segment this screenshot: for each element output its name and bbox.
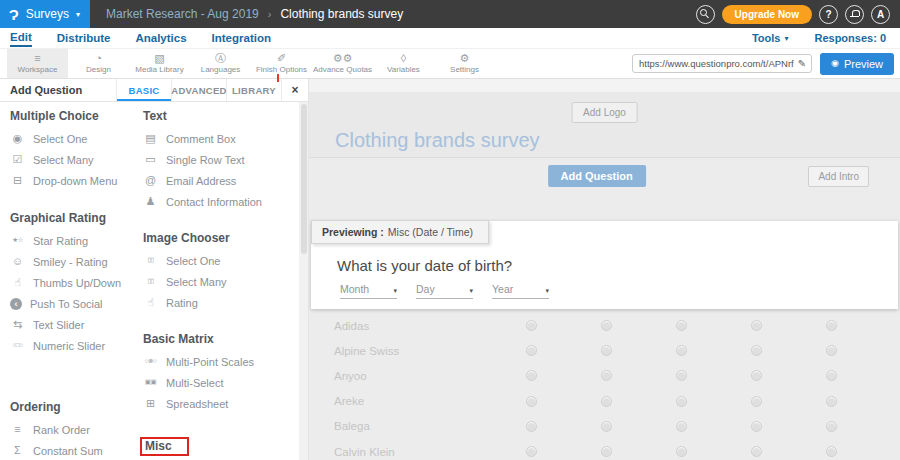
breadcrumb-parent-link[interactable]: Market Research - Aug 2019 — [106, 7, 259, 21]
question-type-email-address[interactable]: @Email Address — [143, 170, 295, 191]
question-type-drop-down-menu[interactable]: ⊟Drop-down Menu — [10, 170, 143, 191]
question-type-select-one[interactable]: ◉Select One — [10, 128, 143, 149]
radio-button[interactable] — [751, 345, 762, 356]
radio-button[interactable] — [751, 320, 762, 331]
toolbar-variables[interactable]: ◊Variables — [373, 49, 434, 78]
panel-tab-library[interactable]: LIBRARY — [226, 79, 281, 101]
question-type-rank-order[interactable]: ≡Rank Order — [10, 419, 143, 440]
close-panel-button[interactable]: × — [281, 79, 308, 101]
toolbar-languages-label: Languages — [201, 65, 241, 74]
thumb-icon: ☝ — [10, 277, 25, 288]
toolbar-languages[interactable]: ⒶLanguages — [190, 49, 251, 78]
radio-button[interactable] — [676, 345, 687, 356]
year-select[interactable]: Year▾ — [492, 283, 549, 299]
radio-button[interactable] — [751, 370, 762, 381]
surveys-menu[interactable]: Ɂ Surveys ▾ — [0, 0, 90, 28]
toolbar-advance-quotas[interactable]: ⚙⚙Advance Quotas — [312, 49, 373, 78]
radio-button[interactable] — [751, 421, 762, 432]
radio-button[interactable] — [826, 396, 837, 407]
radio-button[interactable] — [826, 370, 837, 381]
radio-button[interactable] — [526, 370, 537, 381]
question-type-numeric-slider[interactable]: ○□○Numeric Slider — [10, 335, 143, 356]
notifications-button[interactable] — [845, 5, 864, 24]
preview-button[interactable]: ◉ Preview — [820, 53, 894, 75]
day-select[interactable]: Day▾ — [416, 283, 473, 299]
question-type-thumbs-up-down[interactable]: ☝Thumbs Up/Down — [10, 272, 143, 293]
add-intro-button[interactable]: Add Intro — [808, 166, 869, 187]
radio-button[interactable] — [676, 370, 687, 381]
section-image-chooser: Image Chooser▯▯Select One▯▯Select Many☝R… — [143, 231, 295, 313]
comment-box-icon: ▤ — [143, 133, 158, 144]
add-question-button[interactable]: Add Question — [548, 165, 646, 187]
radio-button[interactable] — [601, 370, 612, 381]
radio-button[interactable] — [826, 320, 837, 331]
radio-button[interactable] — [676, 396, 687, 407]
scrollbar-thumb[interactable] — [301, 104, 307, 254]
radio-button[interactable] — [826, 345, 837, 356]
question-type-single-row-text[interactable]: ▭Single Row Text — [143, 149, 295, 170]
question-type-label: Multi-Point Scales — [166, 356, 254, 368]
question-type-star-rating[interactable]: ★☆Star Rating — [10, 230, 143, 251]
section-title-basic-matrix: Basic Matrix — [143, 332, 295, 346]
question-type-contact-information[interactable]: ♟Contact Information — [143, 191, 295, 212]
chevron-down-icon: ▾ — [545, 287, 549, 295]
matrix-cell — [494, 345, 569, 356]
question-type-constant-sum[interactable]: ΣConstant Sum — [10, 440, 143, 460]
nav-tab-analytics[interactable]: Analytics — [135, 30, 186, 46]
question-type-push-to-social[interactable]: ‹Push To Social — [10, 293, 143, 314]
radio-button[interactable] — [526, 421, 537, 432]
question-type-smiley-rating[interactable]: ☺Smiley - Rating — [10, 251, 143, 272]
question-type-text-slider[interactable]: ⇆Text Slider — [10, 314, 143, 335]
radio-button[interactable] — [601, 345, 612, 356]
nav-tab-edit[interactable]: Edit — [10, 29, 32, 47]
survey-url-input[interactable]: https://www.questionpro.com/t/APNrfZ — [639, 58, 794, 69]
radio-button[interactable] — [601, 446, 612, 457]
toolbar-settings[interactable]: ⚙Settings — [434, 49, 495, 78]
radio-button[interactable] — [751, 396, 762, 407]
edit-url-icon[interactable]: ✎ — [798, 58, 806, 69]
responses-count[interactable]: Responses: 0 — [814, 32, 886, 44]
radio-button[interactable] — [601, 320, 612, 331]
upgrade-now-button[interactable]: Upgrade Now — [722, 5, 812, 24]
question-type-comment-box[interactable]: ▤Comment Box — [143, 128, 295, 149]
toolbar-media-library[interactable]: ▧Media Library — [129, 49, 190, 78]
panel-tab-basic[interactable]: BASIC — [116, 79, 171, 101]
toolbar-workspace[interactable]: ≡Workspace — [7, 49, 68, 78]
radio-button[interactable] — [826, 446, 837, 457]
radio-button[interactable] — [826, 421, 837, 432]
radio-button[interactable] — [526, 446, 537, 457]
add-logo-button[interactable]: Add Logo — [571, 102, 638, 123]
tools-menu[interactable]: Tools▾ — [752, 32, 789, 44]
toolbar-design[interactable]: ◔Design — [68, 49, 129, 78]
search-button[interactable] — [696, 5, 715, 24]
radio-button[interactable] — [601, 421, 612, 432]
radio-button[interactable] — [601, 396, 612, 407]
question-type-spreadsheet[interactable]: ⊞Spreadsheet — [143, 393, 295, 414]
radio-button[interactable] — [526, 320, 537, 331]
avatar[interactable]: A — [871, 5, 890, 24]
radio-button[interactable] — [526, 396, 537, 407]
nav-tab-integration[interactable]: Integration — [212, 30, 271, 46]
panel-tab-advanced[interactable]: ADVANCED — [171, 79, 226, 101]
question-type-image-select-one[interactable]: ▯▯Select One — [143, 250, 295, 271]
radio-button[interactable] — [676, 446, 687, 457]
question-type-multi-point-scales[interactable]: ○⊗○Multi-Point Scales — [143, 351, 295, 372]
radio-button[interactable] — [676, 421, 687, 432]
date-selects: Month▾Day▾Year▾ — [340, 283, 549, 299]
matrix-row-adidas: Adidas — [309, 313, 900, 338]
radio-button[interactable] — [526, 345, 537, 356]
panel-scrollbar[interactable] — [299, 102, 308, 460]
question-type-image-rating[interactable]: ☝Rating — [143, 292, 295, 313]
matrix-cell — [644, 345, 719, 356]
help-button[interactable]: ? — [819, 5, 838, 24]
nav-tab-distribute[interactable]: Distribute — [57, 30, 111, 46]
month-select[interactable]: Month▾ — [340, 283, 397, 299]
radio-button[interactable] — [676, 320, 687, 331]
toolbar-finish-options[interactable]: ✐Finish Options — [251, 49, 312, 78]
question-type-select-many[interactable]: ☑Select Many — [10, 149, 143, 170]
matrix-row-label: Adidas — [334, 320, 494, 332]
question-type-multi-select[interactable]: ▣▣Multi-Select — [143, 372, 295, 393]
radio-button[interactable] — [751, 446, 762, 457]
question-type-image-select-many[interactable]: ▯▯Select Many — [143, 271, 295, 292]
matrix-cell — [569, 421, 644, 432]
